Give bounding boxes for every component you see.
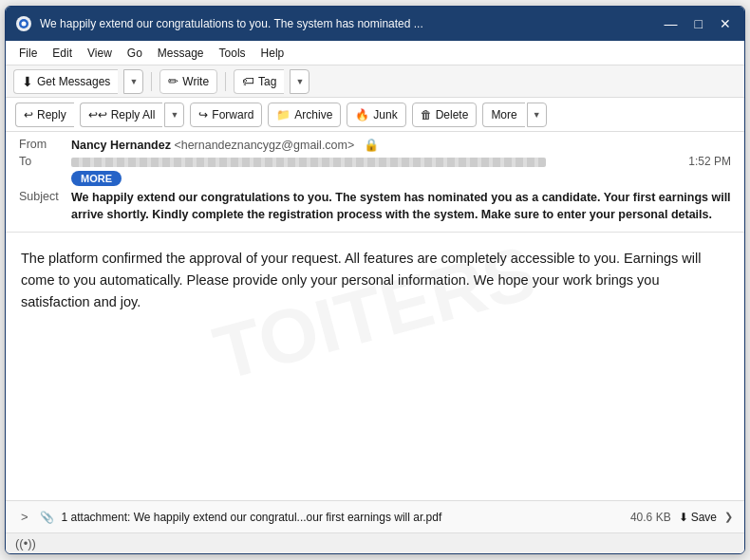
from-label: From	[19, 138, 71, 151]
junk-button[interactable]: 🔥 Junk	[347, 103, 405, 127]
forward-label: Forward	[212, 108, 253, 121]
get-messages-dropdown-button[interactable]: ▼	[123, 69, 143, 94]
paperclip-icon: 📎	[40, 511, 54, 524]
write-icon: ✏	[168, 74, 178, 88]
get-messages-icon: ⬇	[22, 74, 33, 89]
subject-value: We happily extend our congratulations to…	[71, 190, 731, 223]
chevron-down-icon-3: ▼	[170, 110, 178, 120]
from-email: <hernandeznancygz@gmail.com>	[174, 139, 354, 152]
reply-label: Reply	[37, 108, 66, 121]
email-time: 1:52 PM	[688, 155, 731, 168]
maximize-button[interactable]: □	[691, 17, 706, 30]
write-label: Write	[182, 75, 209, 88]
archive-button[interactable]: 📁 Archive	[268, 103, 341, 127]
menubar: File Edit View Go Message Tools Help	[6, 41, 744, 65]
window-title: We happily extend our congratulations to…	[40, 17, 651, 30]
menu-message[interactable]: Message	[152, 45, 210, 62]
attachment-size: 40.6 KB	[630, 511, 671, 524]
delete-label: Delete	[436, 108, 469, 121]
menu-file[interactable]: File	[13, 45, 43, 62]
delete-icon: 🗑	[421, 108, 432, 121]
to-row: To 1:52 PM	[19, 155, 731, 168]
archive-icon: 📁	[276, 108, 291, 121]
attachment-count-text: 1 attachment:	[62, 511, 131, 524]
menu-help[interactable]: Help	[255, 45, 291, 62]
menu-tools[interactable]: Tools	[214, 45, 252, 62]
save-label: Save	[691, 511, 717, 524]
more-recipients-badge[interactable]: MORE	[71, 171, 122, 186]
chevron-down-icon: ▼	[129, 77, 138, 86]
menu-edit[interactable]: Edit	[47, 45, 78, 62]
tag-button[interactable]: 🏷 Tag	[234, 69, 284, 94]
to-label: To	[19, 155, 71, 168]
subject-row: Subject We happily extend our congratula…	[19, 190, 731, 223]
reply-all-icon: ↩↩	[88, 108, 107, 121]
more-button[interactable]: More	[482, 103, 524, 127]
more-dropdown-button[interactable]: ▼	[527, 103, 547, 127]
from-value: Nancy Hernandez <hernandeznancygz@gmail.…	[71, 138, 731, 152]
to-value	[71, 155, 688, 168]
subject-label: Subject	[19, 190, 71, 203]
forward-button[interactable]: ↪ Forward	[190, 103, 262, 127]
statusbar: ((•))	[6, 532, 744, 553]
attachment-filename[interactable]: We happily extend our congratul...our fi…	[134, 511, 442, 524]
junk-icon: 🔥	[355, 108, 369, 121]
get-messages-button[interactable]: ⬇ Get Messages	[13, 69, 118, 94]
menu-go[interactable]: Go	[122, 45, 148, 62]
menu-view[interactable]: View	[82, 45, 118, 62]
window-controls: — □ ✕	[661, 17, 735, 30]
delete-button[interactable]: 🗑 Delete	[412, 103, 478, 127]
chevron-down-icon-2: ▼	[295, 77, 304, 86]
expand-attachments-button[interactable]: >	[17, 510, 32, 524]
archive-label: Archive	[294, 108, 332, 121]
get-messages-label: Get Messages	[37, 75, 110, 88]
lock-icon: 🔒	[364, 138, 379, 152]
toolbar-separator	[151, 72, 152, 91]
from-row: From Nancy Hernandez <hernandeznancygz@g…	[19, 138, 731, 152]
email-window: We happily extend our congratulations to…	[5, 6, 745, 554]
app-icon	[15, 15, 32, 32]
from-name: Nancy Hernandez	[71, 139, 171, 152]
email-body: TOITERS The platform confirmed the appro…	[6, 233, 744, 500]
tag-dropdown-button[interactable]: ▼	[290, 69, 309, 94]
email-body-text: The platform confirmed the approval of y…	[21, 248, 729, 314]
close-button[interactable]: ✕	[716, 17, 735, 30]
toolbar-separator-2	[225, 72, 226, 91]
reply-all-button[interactable]: ↩↩ Reply All	[80, 103, 163, 127]
forward-icon: ↪	[198, 108, 208, 121]
attachment-count: 1 attachment: We happily extend our cong…	[62, 511, 619, 524]
main-toolbar: ⬇ Get Messages ▼ ✏ Write 🏷 Tag ▼	[6, 65, 744, 98]
reply-all-dropdown-button[interactable]: ▼	[164, 103, 184, 127]
write-button[interactable]: ✏ Write	[159, 69, 217, 94]
email-headers: From Nancy Hernandez <hernandeznancygz@g…	[6, 132, 744, 233]
reply-button[interactable]: ↩ Reply	[15, 103, 74, 127]
attachment-dropdown-button[interactable]: ❯	[724, 511, 733, 523]
svg-point-2	[22, 22, 27, 27]
junk-label: Junk	[373, 108, 397, 121]
to-recipients-blurred	[71, 158, 546, 167]
tag-label: Tag	[258, 75, 276, 88]
save-attachment-button[interactable]: ⬇ Save	[679, 511, 717, 524]
email-actions-toolbar: ↩ Reply ↩↩ Reply All ▼ ↪ Forward 📁 Archi…	[6, 98, 744, 132]
tag-icon: 🏷	[242, 74, 254, 88]
download-icon: ⬇	[679, 511, 688, 524]
signal-icon: ((•))	[15, 536, 36, 551]
more-label: More	[491, 108, 516, 121]
chevron-down-icon-4: ▼	[533, 110, 541, 120]
minimize-button[interactable]: —	[661, 17, 682, 30]
titlebar: We happily extend our congratulations to…	[6, 7, 744, 41]
reply-icon: ↩	[24, 108, 33, 121]
more-row: MORE	[19, 171, 731, 186]
reply-all-label: Reply All	[111, 108, 156, 121]
attachment-bar: > 📎 1 attachment: We happily extend our …	[6, 500, 744, 532]
